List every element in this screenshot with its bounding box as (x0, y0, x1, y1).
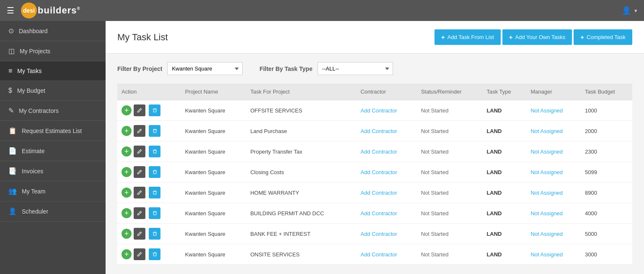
sidebar-item-invoices[interactable]: 📑 Invoices (0, 161, 106, 181)
filter-by-task-type-select[interactable]: --ALL-- (318, 62, 393, 75)
delete-button-6[interactable] (149, 228, 160, 240)
table-row: + Kwanten Square Property Transfer Tax A (117, 141, 632, 162)
edit-button-1[interactable] (134, 125, 145, 137)
manager-cell-0[interactable]: Not Assigned (526, 100, 581, 121)
add-row-button-7[interactable]: + (122, 249, 132, 259)
delete-button-1[interactable] (149, 125, 160, 137)
delete-button-2[interactable] (149, 146, 160, 157)
table-header-row: Action Project Name Task For Project Con… (117, 84, 632, 100)
add-row-button-0[interactable]: + (122, 105, 132, 115)
filters-row: Filter By Project Kwanten Square Filter … (106, 54, 644, 84)
manager-cell-5[interactable]: Not Assigned (526, 203, 581, 224)
manager-cell-1[interactable]: Not Assigned (526, 121, 581, 141)
filter-by-project-select[interactable]: Kwanten Square (167, 62, 243, 75)
sidebar-item-estimate[interactable]: 📄 Estimate (0, 141, 106, 161)
contractor-cell-2[interactable]: Add Contractor (356, 141, 416, 162)
add-row-button-2[interactable]: + (122, 146, 132, 157)
add-task-from-list-button[interactable]: + Add Task From List (435, 29, 501, 45)
task-type-cell-6: LAND (482, 224, 526, 244)
sidebar-item-my-projects[interactable]: ◫ My Projects (0, 41, 106, 61)
project-name-2: Kwanten Square (181, 141, 246, 162)
table-row: + Kwanten Square HOME WARRANTY Add Contr (117, 183, 632, 203)
completed-task-button[interactable]: + Completed Task (574, 29, 632, 45)
budget-cell-0: 1000 (581, 100, 632, 121)
contractor-cell-7[interactable]: Add Contractor (356, 244, 416, 265)
edit-button-7[interactable] (134, 248, 145, 260)
dashboard-icon: ⊙ (8, 27, 14, 35)
sidebar-item-scheduler[interactable]: 👤 Scheduler (0, 201, 106, 222)
edit-button-3[interactable] (134, 166, 145, 178)
edit-button-0[interactable] (134, 104, 145, 116)
filter-by-task-type-label: Filter By Task Type (259, 65, 312, 72)
contractor-cell-6[interactable]: Add Contractor (356, 224, 416, 244)
nav-right: 👤 ▾ (622, 6, 637, 15)
action-cell-1: + (117, 121, 181, 141)
manager-cell-2[interactable]: Not Assigned (526, 141, 581, 162)
sidebar-label-my-team: My Team (22, 188, 46, 195)
add-row-button-3[interactable]: + (122, 167, 132, 177)
contractor-cell-0[interactable]: Add Contractor (356, 100, 416, 121)
manager-cell-6[interactable]: Not Assigned (526, 224, 581, 244)
col-task-type: Task Type (482, 84, 526, 100)
delete-button-7[interactable] (149, 248, 160, 260)
budget-cell-1: 2000 (581, 121, 632, 141)
page-title: My Task List (117, 32, 168, 43)
edit-button-4[interactable] (134, 187, 145, 198)
edit-button-2[interactable] (134, 146, 145, 157)
project-name-6: Kwanten Square (181, 224, 246, 244)
contractor-cell-5[interactable]: Add Contractor (356, 203, 416, 224)
task-type-cell-3: LAND (482, 162, 526, 183)
add-your-own-tasks-button[interactable]: + Add Your Own Tasks (502, 29, 572, 45)
nav-user-label: ▾ (634, 8, 637, 14)
manager-cell-7[interactable]: Not Assigned (526, 244, 581, 265)
contractor-cell-4[interactable]: Add Contractor (356, 183, 416, 203)
sidebar-item-my-budget[interactable]: $ My Budget (0, 81, 106, 101)
contractor-cell-1[interactable]: Add Contractor (356, 121, 416, 141)
budget-cell-7: 3000 (581, 244, 632, 265)
logo-circle: desi (21, 3, 37, 18)
team-icon: 👥 (8, 187, 17, 195)
task-type-cell-0: LAND (482, 100, 526, 121)
task-for-project-5: BUILDING PERMIT AND DCC (246, 203, 356, 224)
body-wrap: ⊙ Dashboard ◫ My Projects ≡ My Tasks $ M… (0, 21, 644, 274)
user-icon[interactable]: 👤 (622, 6, 631, 15)
delete-button-3[interactable] (149, 166, 160, 178)
sidebar-label-invoices: Invoices (22, 168, 43, 175)
add-row-button-5[interactable]: + (122, 208, 132, 218)
status-cell-2: Not Started (417, 141, 483, 162)
delete-button-4[interactable] (149, 187, 160, 198)
sidebar-item-my-tasks[interactable]: ≡ My Tasks (0, 61, 106, 81)
sidebar-item-my-contractors[interactable]: ✎ My Contractors (0, 101, 106, 121)
project-name-0: Kwanten Square (181, 100, 246, 121)
add-row-button-1[interactable]: + (122, 126, 132, 136)
edit-button-5[interactable] (134, 207, 145, 219)
status-cell-6: Not Started (417, 224, 483, 244)
budget-cell-2: 2300 (581, 141, 632, 162)
hamburger-icon[interactable]: ☰ (7, 5, 14, 16)
budget-cell-6: 5000 (581, 224, 632, 244)
add-row-button-4[interactable]: + (122, 188, 132, 198)
projects-icon: ◫ (8, 47, 15, 55)
contractor-cell-3[interactable]: Add Contractor (356, 162, 416, 183)
add-row-button-6[interactable]: + (122, 229, 132, 239)
status-cell-7: Not Started (417, 244, 483, 265)
task-type-cell-4: LAND (482, 183, 526, 203)
task-for-project-2: Property Transfer Tax (246, 141, 356, 162)
sidebar-label-my-budget: My Budget (17, 87, 45, 94)
delete-button-0[interactable] (149, 104, 160, 116)
sidebar-item-dashboard[interactable]: ⊙ Dashboard (0, 21, 106, 41)
budget-cell-4: 8900 (581, 183, 632, 203)
sidebar-label-dashboard: Dashboard (19, 28, 48, 34)
sidebar-item-request-estimates[interactable]: 📋 Request Estimates List (0, 121, 106, 141)
completed-task-label: Completed Task (587, 34, 626, 40)
action-cell-2: + (117, 141, 181, 162)
sidebar-item-my-team[interactable]: 👥 My Team (0, 181, 106, 201)
action-cell-3: + (117, 162, 181, 183)
edit-button-6[interactable] (134, 228, 145, 240)
plus-icon-2: + (509, 34, 513, 41)
delete-button-5[interactable] (149, 207, 160, 219)
add-task-from-list-label: Add Task From List (447, 34, 494, 40)
task-type-cell-2: LAND (482, 141, 526, 162)
manager-cell-3[interactable]: Not Assigned (526, 162, 581, 183)
manager-cell-4[interactable]: Not Assigned (526, 183, 581, 203)
